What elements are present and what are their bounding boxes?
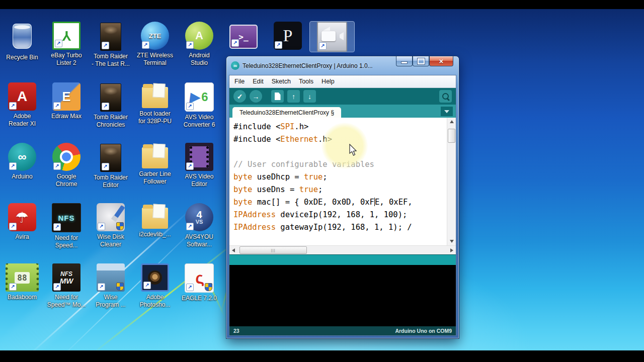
shortcut-arrow-icon: ↗	[186, 223, 194, 230]
scroll-left-arrow[interactable]	[229, 246, 237, 254]
desktop-icon-i2cdevlib-folder[interactable]: i2cdevlib_...	[133, 203, 177, 238]
console-output	[229, 265, 456, 326]
arrow-right-icon: →	[253, 93, 260, 101]
vertical-scroll-thumb[interactable]	[448, 129, 455, 143]
desktop-icon-ebay-turbo-lister[interactable]: Y ↗ eBay Turbo Lister 2	[44, 22, 89, 67]
code-line[interactable]: byte useDns = true;	[233, 184, 446, 196]
save-sketch-button[interactable]: ↓	[303, 90, 316, 103]
scroll-right-arrow[interactable]	[448, 246, 456, 254]
serial-monitor-button[interactable]	[439, 90, 452, 103]
window-title: Teleduino328EthernetClientProxy | Arduin…	[243, 62, 373, 69]
desktop-icon-tomb-raider-last[interactable]: ↗ Tomb Raider - The Last R...	[89, 22, 133, 68]
desktop-icon-eagle[interactable]: ς ↗ EAGLE 7.2.0	[177, 263, 221, 302]
desktop-icon-need-for-speed[interactable]: NFS ↗ Need for Speed...	[44, 203, 89, 249]
desktop-icon-garber-folder[interactable]: Garber Line Follower	[133, 143, 177, 186]
icon-label: i2cdevlib_...	[133, 231, 177, 238]
status-message-strip	[229, 254, 456, 265]
icon-label: EAGLE 7.2.0	[177, 295, 221, 302]
code-line[interactable]: #include <Ethernet.h>	[233, 133, 446, 146]
arrow-up-icon: ↑	[292, 93, 295, 101]
code-line[interactable]: #include <SPI.h>	[233, 121, 446, 133]
tab-sketch[interactable]: Teleduino328EthernetClientProxy §	[232, 107, 341, 118]
desktop-icon-terminal[interactable]: >_ ↗	[221, 22, 266, 49]
icon-label: Tomb Raider Chronicles	[89, 114, 133, 129]
upload-button[interactable]: →	[250, 90, 262, 103]
desktop-icon-avs4you[interactable]: 4VS ↗ AVS4YOU Softwar...	[177, 203, 221, 248]
open-sketch-button[interactable]: ↑	[287, 90, 300, 103]
scroll-up-arrow[interactable]	[447, 118, 456, 126]
code-line[interactable]: byte useDhcp = true;	[233, 171, 446, 184]
menu-sketch[interactable]: Sketch	[272, 78, 291, 85]
desktop-icon-tomb-raider-chronicles[interactable]: ↗ Tomb Raider Chronicles	[89, 82, 133, 129]
avs-video-converter-icon: ▶6 ↗	[185, 82, 214, 112]
shortcut-arrow-icon: ↗	[9, 223, 17, 230]
desktop-icon-wise-program[interactable]: ↗ Wise Program ...	[89, 263, 133, 309]
maximize-button[interactable]	[413, 56, 429, 66]
shortcut-arrow-icon: ↗	[231, 39, 239, 47]
desktop-icon-avs-video-editor[interactable]: ↗ AVS Video Editor	[177, 143, 221, 188]
desktop-icon-avs-video-converter[interactable]: ▶6 ↗ AVS Video Converter 6	[177, 82, 221, 129]
icon-label: Need for Speed...	[44, 234, 89, 249]
desktop-icon-camstudio[interactable]: ↗	[310, 22, 354, 52]
desktop-icon-recycle-bin[interactable]: Recycle Bin	[0, 22, 44, 61]
icon-label: AVS Video Converter 6	[177, 114, 221, 129]
new-sketch-button[interactable]	[271, 90, 284, 103]
install-box-icon: ↗	[97, 263, 125, 292]
code-line[interactable]: // User configurable variables	[233, 158, 446, 171]
terminal-icon: >_ ↗	[229, 25, 258, 49]
desktop-icon-tomb-raider-editor[interactable]: ↗ Tomb Raider Editor	[89, 143, 133, 189]
icon-label: Avira	[0, 233, 44, 241]
menu-edit[interactable]: Edit	[253, 78, 264, 85]
desktop-icon-bootloader-folder[interactable]: Boot loader for 328P-PU	[133, 82, 177, 125]
code-line[interactable]: IPAddress gatewayIp(192, 168, 1, 1); /	[233, 221, 446, 234]
shortcut-arrow-icon: ↗	[186, 103, 194, 110]
desktop-icon-arduino[interactable]: ∞ ↗ Arduino	[0, 143, 44, 180]
icon-label: Google Chrome	[44, 173, 89, 188]
desktop-icon-badaboom[interactable]: 88 ↗ Badaboom	[0, 263, 44, 301]
menu-file[interactable]: File	[234, 78, 245, 85]
desktop-icon-adobe-reader[interactable]: A ↗ Adobe Reader XI	[0, 82, 44, 128]
code-line[interactable]: byte mac[] = { 0xDE, 0x0D, 0xFE, 0xEF,	[233, 196, 446, 209]
shortcut-arrow-icon: ↗	[98, 223, 105, 230]
desktop-icon-google-chrome[interactable]: ↗ Google Chrome	[44, 143, 89, 188]
desktop-icon-nfs-most-wanted[interactable]: NFSMW ↗ Need for Speed™ Mo...	[44, 263, 89, 309]
tab-strip: Teleduino328EthernetClientProxy §	[229, 105, 456, 118]
minimize-button[interactable]	[396, 56, 413, 66]
shortcut-arrow-icon: ↗	[142, 41, 149, 49]
check-icon: ✓	[237, 93, 243, 101]
verify-button[interactable]: ✓	[233, 90, 246, 103]
menu-tools[interactable]: Tools	[299, 78, 313, 85]
close-button[interactable]: ×	[429, 56, 453, 66]
horizontal-scroll-thumb[interactable]: |||	[239, 246, 307, 254]
desktop-icon-adobe-photoshop[interactable]: ↗ Adobe Photosho...	[133, 263, 177, 309]
horizontal-scrollbar[interactable]: |||	[229, 245, 456, 254]
p-app-icon: P ↗	[274, 22, 302, 50]
desktop-icon-android-studio[interactable]: A ↗ Android Studio	[177, 22, 221, 67]
icon-label: Arduino	[0, 173, 44, 180]
shortcut-arrow-icon: ↗	[186, 41, 194, 49]
desktop-icon-p-app[interactable]: P ↗	[266, 22, 310, 50]
umbrella-icon: ☂ ↗	[8, 203, 36, 231]
scroll-down-arrow[interactable]	[447, 237, 456, 245]
shortcut-arrow-icon: ↗	[275, 41, 282, 49]
icon-label: Boot loader for 328P-PU	[133, 110, 177, 125]
mouse-cursor	[349, 144, 358, 159]
toolbar: ✓ → ↑ ↓	[229, 88, 456, 105]
desktop-icon-wise-disk-cleaner[interactable]: ↗ Wise Disk Cleaner	[89, 203, 133, 248]
desktop-icon-zte-wireless-terminal[interactable]: ZTE ↗ ZTE Wireless Terminal	[133, 22, 177, 67]
tab-menu-button[interactable]	[441, 107, 453, 116]
minimize-icon	[401, 61, 408, 64]
icon-label: Adobe Reader XI	[0, 113, 44, 128]
code-line[interactable]	[233, 146, 446, 158]
title-bar[interactable]: ∞ Teleduino328EthernetClientProxy | Ardu…	[229, 56, 456, 75]
edraw-max-icon: E ↗	[52, 82, 80, 111]
menu-help[interactable]: Help	[321, 78, 335, 85]
desktop-icon-edraw-max[interactable]: E ↗ Edraw Max	[44, 82, 89, 120]
desktop-icon-avira[interactable]: ☂ ↗ Avira	[0, 203, 44, 241]
code-line[interactable]: IPAddress deviceIp(192, 168, 1, 100);	[233, 209, 446, 221]
vertical-scrollbar[interactable]	[447, 118, 456, 245]
document-icon	[275, 93, 281, 100]
desktop: Recycle Bin Y ↗ eBay Turbo Lister 2 ↗ To…	[0, 9, 644, 350]
badaboom-icon: 88 ↗	[6, 263, 39, 292]
code-editor[interactable]: #include <SPI.h>#include <Ethernet.h>// …	[229, 118, 456, 245]
